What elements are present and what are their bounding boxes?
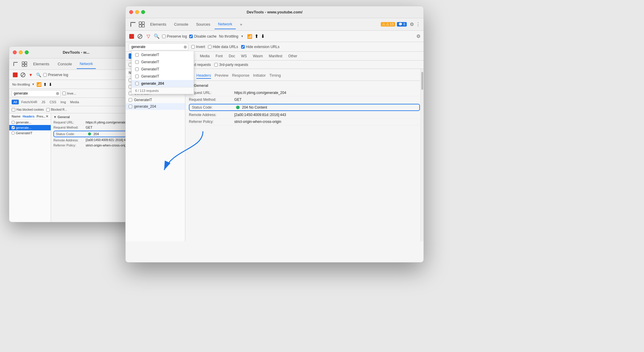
- back-file-item-1[interactable]: generate...: [9, 125, 51, 130]
- back-close-panel-icon[interactable]: ✕: [46, 115, 48, 118]
- autocomplete-item-3[interactable]: GenerateIT: [132, 73, 194, 80]
- back-filter-js[interactable]: JS: [40, 100, 47, 104]
- front-network-tab[interactable]: Network: [215, 19, 236, 29]
- front-throttle-dropdown-icon[interactable]: ▼: [241, 35, 244, 38]
- front-search-clear-button[interactable]: ⊗: [184, 45, 187, 49]
- front-scrollbar-thumb[interactable]: [421, 72, 423, 90]
- front-invert-label[interactable]: Invert: [191, 45, 205, 49]
- front-hide-ext-urls-label[interactable]: Hide extension URLs: [241, 45, 280, 49]
- front-filter-wasm[interactable]: Wasm: [250, 53, 265, 59]
- front-filter-doc[interactable]: Doc: [226, 53, 237, 59]
- front-settings-icon[interactable]: ⚙: [410, 21, 414, 27]
- front-maximize-button[interactable]: [141, 10, 145, 14]
- front-file-item-4[interactable]: generate_204: [126, 103, 185, 110]
- front-headers-tab[interactable]: Headers: [196, 73, 211, 79]
- front-sources-tab[interactable]: Sources: [192, 20, 214, 29]
- back-filter-css[interactable]: CSS: [48, 100, 58, 104]
- back-search-clear-button[interactable]: ⊗: [56, 91, 59, 95]
- autocomplete-item-1[interactable]: GenerateIT: [132, 58, 194, 66]
- front-toolbar-settings-icon[interactable]: ⚙: [416, 33, 420, 39]
- back-minimize-button[interactable]: [19, 50, 23, 54]
- front-minimize-button[interactable]: [135, 10, 139, 14]
- front-message-badge[interactable]: 💬 8: [397, 22, 407, 27]
- front-filter-icon[interactable]: ▽: [145, 33, 151, 39]
- back-filter-fetch[interactable]: Fetch/XHR: [19, 100, 39, 104]
- back-file-item-0[interactable]: generate...: [9, 120, 51, 125]
- front-file-item-3[interactable]: GenerateIT: [126, 97, 185, 103]
- back-preserve-log-checkbox[interactable]: [43, 73, 47, 77]
- autocomplete-checkbox-4[interactable]: [135, 82, 139, 85]
- back-close-button[interactable]: [13, 50, 17, 54]
- front-filter-other[interactable]: Other: [286, 53, 300, 59]
- back-stop-icon[interactable]: [12, 72, 18, 78]
- back-search-input[interactable]: [12, 90, 61, 97]
- front-initiator-tab[interactable]: Initiator: [253, 73, 266, 79]
- front-search-icon[interactable]: 🔍: [154, 33, 160, 39]
- front-filter-font[interactable]: Font: [213, 53, 225, 59]
- autocomplete-item-0[interactable]: GenerateIT: [132, 51, 194, 58]
- back-search-icon[interactable]: 🔍: [36, 72, 41, 78]
- back-clear-icon[interactable]: [20, 72, 26, 78]
- front-cursor-icon[interactable]: [129, 21, 137, 27]
- back-panel-headers-tab[interactable]: Headers: [23, 115, 34, 118]
- back-elements-tab[interactable]: Elements: [30, 59, 53, 69]
- front-preserve-log-checkbox[interactable]: [162, 35, 166, 38]
- back-file-checkbox-2[interactable]: [12, 132, 15, 135]
- front-disable-cache-checkbox[interactable]: [189, 35, 193, 38]
- front-filter-media[interactable]: Media: [198, 53, 212, 59]
- back-filter-img[interactable]: Img: [59, 100, 68, 104]
- front-hide-data-urls-checkbox[interactable]: [208, 45, 212, 49]
- front-invert-checkbox[interactable]: [191, 45, 195, 49]
- autocomplete-checkbox-1[interactable]: [135, 60, 139, 64]
- back-blocked-cookies-checkbox[interactable]: [12, 108, 15, 112]
- back-download-icon[interactable]: ⬇: [49, 82, 52, 87]
- back-network-tab[interactable]: Network: [77, 59, 96, 69]
- back-blocked-r-label[interactable]: Blocked R...: [46, 108, 67, 112]
- front-filter-manifest[interactable]: Manifest: [266, 53, 285, 59]
- front-elements-tab[interactable]: Elements: [147, 20, 170, 29]
- autocomplete-item-4[interactable]: generate_204: [132, 80, 194, 87]
- front-preserve-log-label[interactable]: Preserve log: [162, 34, 187, 38]
- autocomplete-checkbox-3[interactable]: [135, 75, 139, 78]
- front-filter-ws[interactable]: WS: [239, 53, 249, 59]
- front-hide-data-urls-label[interactable]: Hide data URLs: [208, 45, 238, 49]
- back-maximize-button[interactable]: [25, 50, 29, 54]
- front-stop-icon[interactable]: [129, 33, 135, 39]
- front-response-tab[interactable]: Response: [232, 73, 249, 79]
- front-file-checkbox-3[interactable]: [129, 98, 132, 102]
- back-blocked-r-checkbox[interactable]: [46, 108, 50, 112]
- front-third-party-label[interactable]: 3rd-party requests: [214, 63, 248, 67]
- front-third-party-checkbox[interactable]: [214, 63, 218, 67]
- front-preview-tab[interactable]: Preview: [215, 73, 228, 79]
- back-preserve-log-label[interactable]: Preserve log: [43, 73, 68, 77]
- front-more-icon[interactable]: ⋮: [416, 21, 420, 27]
- autocomplete-checkbox-2[interactable]: [135, 67, 139, 71]
- front-inspect-icon[interactable]: [138, 21, 146, 27]
- front-search-input[interactable]: [129, 43, 188, 50]
- back-filter-all[interactable]: All: [12, 100, 19, 104]
- front-timing-tab[interactable]: Timing: [269, 73, 281, 79]
- back-invert-checkbox[interactable]: [62, 92, 66, 95]
- back-filter-icon[interactable]: ▼: [28, 72, 34, 78]
- front-scrollbar[interactable]: [420, 69, 423, 241]
- front-disable-cache-label[interactable]: Disable cache: [189, 34, 216, 38]
- back-file-item-2[interactable]: GenerateIT: [9, 130, 51, 136]
- autocomplete-item-2[interactable]: GenerateIT: [132, 66, 194, 73]
- autocomplete-checkbox-0[interactable]: [135, 53, 139, 57]
- back-upload-icon[interactable]: ⬆: [43, 82, 47, 87]
- front-file-checkbox-4[interactable]: [129, 105, 132, 108]
- back-filter-media[interactable]: Media: [68, 100, 81, 104]
- back-console-tab[interactable]: Console: [54, 59, 76, 69]
- back-blocked-cookies-label[interactable]: Has blocked cookies: [12, 108, 44, 112]
- front-console-tab[interactable]: Console: [170, 20, 192, 29]
- front-download-icon[interactable]: ⬇: [261, 33, 265, 39]
- front-more-tabs[interactable]: »: [236, 20, 246, 29]
- front-warning-badge[interactable]: ⚠ ⚠ 13: [381, 22, 395, 27]
- back-throttle-dropdown-icon[interactable]: ▼: [32, 83, 35, 86]
- front-upload-icon[interactable]: ⬆: [255, 33, 258, 39]
- back-file-checkbox-0[interactable]: [12, 121, 15, 124]
- back-invert-label[interactable]: Inve...: [62, 92, 76, 95]
- back-cursor-icon[interactable]: [12, 61, 19, 67]
- front-hide-ext-urls-checkbox[interactable]: [241, 45, 245, 49]
- back-inspect-icon[interactable]: [21, 61, 28, 67]
